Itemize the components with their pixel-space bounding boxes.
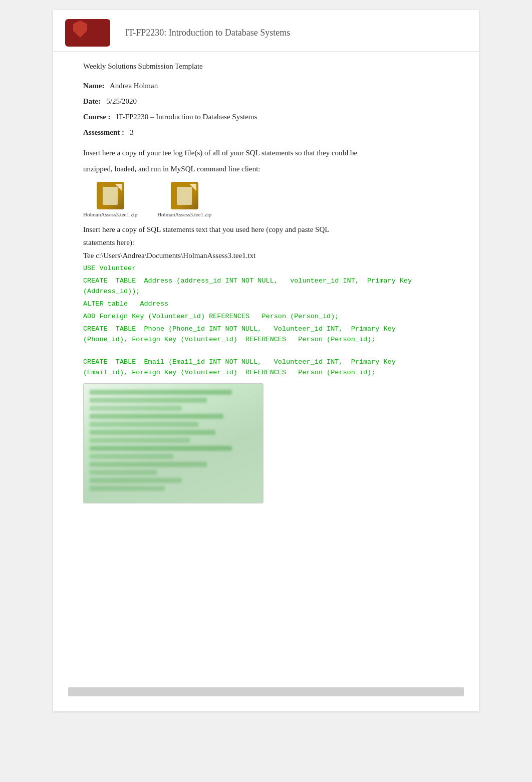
instructions-line2: unzipped, loaded, and run in MySQL comma… (83, 163, 449, 175)
attachment-icon-2 (171, 182, 198, 209)
zip-file-icon-1 (103, 187, 118, 205)
tee-path: Tee c:\Users\Andrea\Documents\HolmanAsse… (83, 249, 449, 262)
attachment-icon-1 (97, 182, 124, 209)
screenshot-blurred (83, 383, 263, 503)
assessment-row: Assessment : 3 (83, 128, 449, 137)
sql-intro-line2: statements here): (83, 236, 449, 248)
sql-alter-table: ALTER table Address (83, 299, 449, 310)
name-row: Name: Andrea Holman (83, 82, 449, 90)
course-label: Course : (83, 113, 111, 121)
instructions-line1: Insert here a copy of your tee log file(… (83, 147, 449, 159)
template-title: Weekly Solutions Submission Template (83, 62, 449, 71)
attachment-label-2: HolmanAssess3.tee1.zip (157, 211, 211, 217)
shield-icon (73, 21, 87, 38)
content-area: Weekly Solutions Submission Template Nam… (53, 57, 479, 522)
sql-intro-line1: Insert here a copy of SQL statements tex… (83, 223, 449, 235)
course-value: IT-FP2230 – Introduction to Database Sys… (116, 113, 257, 121)
header-title: IT-FP2230: Introduction to Database Syst… (125, 28, 290, 38)
course-row: Course : IT-FP2230 – Introduction to Dat… (83, 113, 449, 121)
attachment-label-1: HolmanAssess3.tee1.zip (83, 211, 137, 217)
date-label: Date: (83, 97, 101, 105)
attachment-1[interactable]: HolmanAssess3.tee1.zip (83, 182, 137, 217)
header: IT-FP2230: Introduction to Database Syst… (53, 10, 479, 52)
assessment-label: Assessment : (83, 128, 124, 136)
sql-create-email: CREATE TABLE Email (Email_id INT NOT NUL… (83, 357, 449, 378)
date-row: Date: 5/25/2020 (83, 97, 449, 106)
date-value: 5/25/2020 (106, 97, 137, 105)
sql-create-address: CREATE TABLE Address (address_id INT NOT… (83, 276, 449, 297)
zip-file-icon-2 (177, 187, 192, 205)
sql-add-fk-address: ADD Foreign Key (Volunteer_id) REFERENCE… (83, 312, 449, 322)
footer-bar (68, 687, 464, 696)
name-value: Andrea Holman (110, 82, 158, 90)
sql-use: USE Volunteer (83, 264, 449, 274)
attachments-row: HolmanAssess3.tee1.zip HolmanAssess3.tee… (83, 182, 449, 217)
university-logo (65, 19, 110, 47)
page: IT-FP2230: Introduction to Database Syst… (53, 10, 479, 711)
sql-create-phone: CREATE TABLE Phone (Phone_id INT NOT NUL… (83, 324, 449, 345)
assessment-value: 3 (130, 128, 134, 136)
attachment-2[interactable]: HolmanAssess3.tee1.zip (157, 182, 211, 217)
name-label: Name: (83, 82, 104, 90)
